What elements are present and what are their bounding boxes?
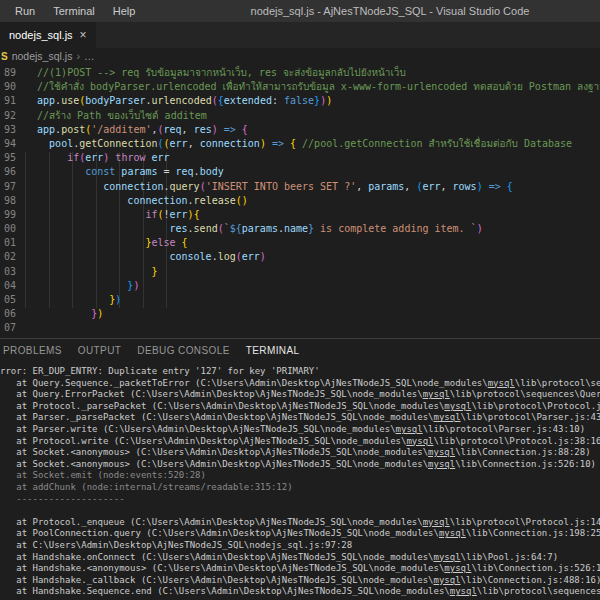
terminal-line: at addChunk (node:internal/streams/reada… <box>0 482 600 494</box>
line-number: 01 <box>0 236 16 250</box>
terminal-link-mysql[interactable]: mysql <box>428 447 455 457</box>
line-number: 89 <box>0 66 16 80</box>
breadcrumb-file[interactable]: nodejs_sql.js <box>12 50 73 62</box>
terminal-link-mysql[interactable]: mysql <box>423 517 450 527</box>
code-line: if(!err){ <box>25 208 600 222</box>
terminal-link-mysql[interactable]: mysql <box>450 586 477 596</box>
panel-tab-debug-console[interactable]: DEBUG CONSOLE <box>129 339 237 363</box>
code-line: }else { <box>25 236 600 250</box>
line-number: 98 <box>0 194 16 208</box>
line-number: 91 <box>0 94 16 108</box>
code-line: }) <box>25 307 600 321</box>
terminal-line: at Query.ErrorPacket (C:\Users\Admin\Des… <box>0 389 600 401</box>
code-line: }) <box>25 279 600 293</box>
menu-terminal[interactable]: Terminal <box>44 0 104 22</box>
line-number: 02 <box>0 250 16 264</box>
terminal-link-mysql[interactable]: mysql <box>396 424 423 434</box>
terminal-line: at Handshake.onConnect (C:\Users\Admin\D… <box>0 552 600 564</box>
line-number: 90 <box>0 80 16 94</box>
terminal-line: at PoolConnection.query (C:\Users\Admin\… <box>0 528 600 540</box>
terminal-link-mysql[interactable]: mysql <box>488 378 515 388</box>
code-line: res.send(`${params.name} is complete add… <box>25 222 600 236</box>
line-number: 06 <box>0 307 16 321</box>
line-number: 94 <box>0 137 16 151</box>
editor-tab-bar: nodejs_sql.js × <box>0 22 600 48</box>
vscode-window: RunTerminalHelp nodejs_sql.js - AjNesTNo… <box>0 0 600 600</box>
line-number: 00 <box>0 222 16 236</box>
code-line: app.use(bodyParser.urlencoded({extended:… <box>25 94 600 108</box>
line-number: 95 <box>0 151 16 165</box>
terminal-link-mysql[interactable]: mysql <box>433 412 460 422</box>
code-line: connection.release() <box>25 194 600 208</box>
line-number: 99 <box>0 208 16 222</box>
terminal-line: at Protocol._parsePacket (C:\Users\Admin… <box>0 401 600 413</box>
menu-run[interactable]: Run <box>6 0 44 22</box>
window-title: nodejs_sql.js - AjNesTNodeJS_SQL - Visua… <box>180 0 600 22</box>
tab-label: nodejs_sql.js <box>9 29 73 41</box>
terminal-line: at Query.Sequence._packetToError (C:\Use… <box>0 378 600 390</box>
terminal-link-mysql[interactable]: mysql <box>433 552 460 562</box>
terminal-line: -------------------- <box>0 494 600 506</box>
line-number: 03 <box>0 265 16 279</box>
code-line: connection.query('INSERT INTO beers SET … <box>25 180 600 194</box>
terminal-output[interactable]: rror: ER_DUP_ENTRY: Duplicate entry '127… <box>0 362 600 600</box>
panel-tab-bar: PROBLEMSOUTPUTDEBUG CONSOLETERMINAL <box>0 338 600 362</box>
menu-bar: RunTerminalHelp <box>0 0 144 22</box>
code-line: //ใช้คำสั่ง bodyParser.urlencoded เพื่อท… <box>25 80 600 94</box>
code-line: } <box>25 265 600 279</box>
terminal-link-mysql[interactable]: mysql <box>439 528 466 538</box>
line-number: 92 <box>0 109 16 123</box>
code-line <box>25 321 600 335</box>
terminal-line: at C:\Users\Admin\Desktop\AjNesTNodeJS_S… <box>0 540 600 552</box>
terminal-link-mysql[interactable]: mysql <box>406 436 433 446</box>
terminal-line: at Protocol._enqueue (C:\Users\Admin\Des… <box>0 517 600 529</box>
terminal-line: at Handshake._callback (C:\Users\Admin\D… <box>0 575 600 587</box>
menu-help[interactable]: Help <box>104 0 145 22</box>
terminal-link-mysql[interactable]: mysql <box>444 563 471 573</box>
panel-tab-terminal[interactable]: TERMINAL <box>238 339 308 363</box>
terminal-line: rror: ER_DUP_ENTRY: Duplicate entry '127… <box>0 366 600 378</box>
code-line: console.log(err) <box>25 250 600 264</box>
breadcrumb[interactable]: S nodejs_sql.js › … <box>0 48 600 64</box>
title-bar: RunTerminalHelp nodejs_sql.js - AjNesTNo… <box>0 0 600 22</box>
line-number: 04 <box>0 279 16 293</box>
javascript-file-icon: S <box>1 51 8 62</box>
code-lines: //(1)POST --> req รับข้อมูลมาจากหน้าเว็บ… <box>25 66 600 336</box>
code-line: pool.getConnection((err, connection) => … <box>25 137 600 151</box>
line-number-gutter: 89909192939495969798990001020304050607 <box>0 66 16 336</box>
terminal-line: at Parser._parsePacket (C:\Users\Admin\D… <box>0 412 600 424</box>
breadcrumb-symbol-ellipsis[interactable]: … <box>84 50 95 62</box>
terminal-line: at Socket.<anonymous> (C:\Users\Admin\De… <box>0 447 600 459</box>
panel-tab-problems[interactable]: PROBLEMS <box>0 339 70 363</box>
terminal-link-mysql[interactable]: mysql <box>433 575 460 585</box>
terminal-link-mysql[interactable]: mysql <box>428 459 455 469</box>
panel-tabs: PROBLEMSOUTPUTDEBUG CONSOLETERMINAL <box>0 339 308 363</box>
code-line: //สร้าง Path ของเว็บไซต์ additem <box>25 109 600 123</box>
code-line: const params = req.body <box>25 165 600 179</box>
panel-tab-output[interactable]: OUTPUT <box>70 339 130 363</box>
line-number: 97 <box>0 180 16 194</box>
code-line: }) <box>25 293 600 307</box>
terminal-line: at Socket.emit (node:events:520:28) <box>0 470 600 482</box>
terminal-line <box>0 505 600 517</box>
terminal-line: at Protocol.write (C:\Users\Admin\Deskto… <box>0 436 600 448</box>
terminal-line: at Handshake.Sequence.end (C:\Users\Admi… <box>0 586 600 598</box>
code-line: if(err) throw err <box>25 151 600 165</box>
chevron-right-icon: › <box>76 50 80 62</box>
terminal-line: at Handshake.<anonymous> (C:\Users\Admin… <box>0 563 600 575</box>
terminal-link-mysql[interactable]: mysql <box>423 389 450 399</box>
code-line: app.post('/additem',(req, res) => { <box>25 123 600 137</box>
line-number: 05 <box>0 293 16 307</box>
terminal-link-mysql[interactable]: mysql <box>444 401 471 411</box>
line-number: 96 <box>0 165 16 179</box>
close-icon[interactable]: × <box>80 29 87 41</box>
code-editor[interactable]: 89909192939495969798990001020304050607 /… <box>0 64 600 338</box>
line-number: 07 <box>0 321 16 335</box>
tab-nodejs-sql-js[interactable]: nodejs_sql.js × <box>0 22 97 48</box>
line-number: 93 <box>0 123 16 137</box>
terminal-line: at Socket.<anonymous> (C:\Users\Admin\De… <box>0 459 600 471</box>
terminal-line: at Parser.write (C:\Users\Admin\Desktop\… <box>0 424 600 436</box>
code-line: //(1)POST --> req รับข้อมูลมาจากหน้าเว็บ… <box>25 66 600 80</box>
